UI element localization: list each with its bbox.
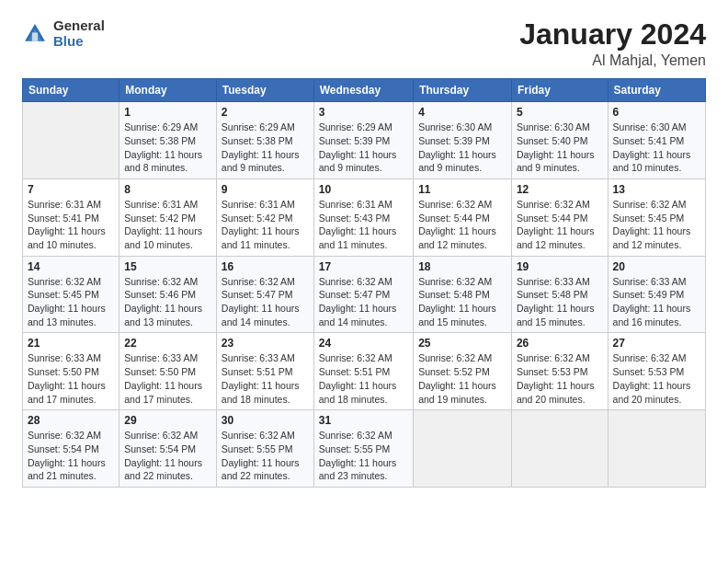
day-info: Sunrise: 6:32 AMSunset: 5:51 PMDaylight:… <box>319 351 408 406</box>
day-number: 24 <box>319 337 408 350</box>
table-row: 13Sunrise: 6:32 AMSunset: 5:45 PMDayligh… <box>608 178 705 256</box>
day-info: Sunrise: 6:29 AMSunset: 5:38 PMDaylight:… <box>222 121 309 175</box>
table-row <box>23 102 119 179</box>
day-number: 21 <box>28 337 114 350</box>
table-row: 11Sunrise: 6:32 AMSunset: 5:44 PMDayligh… <box>414 178 512 256</box>
day-info: Sunrise: 6:32 AMSunset: 5:52 PMDaylight:… <box>418 351 506 406</box>
calendar-week-row: 14Sunrise: 6:32 AMSunset: 5:45 PMDayligh… <box>23 256 706 333</box>
table-row: 5Sunrise: 6:30 AMSunset: 5:40 PMDaylight… <box>511 102 608 179</box>
day-info: Sunrise: 6:33 AMSunset: 5:49 PMDaylight:… <box>613 275 700 329</box>
day-info: Sunrise: 6:32 AMSunset: 5:45 PMDaylight:… <box>613 198 700 252</box>
header: General Blue January 2024 Al Mahjal, Yem… <box>22 18 706 69</box>
col-sunday: Sunday <box>23 79 119 102</box>
day-number: 29 <box>124 414 211 427</box>
day-number: 31 <box>319 414 408 427</box>
day-number: 16 <box>222 260 309 273</box>
logo: General Blue <box>22 18 105 49</box>
table-row: 12Sunrise: 6:32 AMSunset: 5:44 PMDayligh… <box>511 178 608 256</box>
table-row: 1Sunrise: 6:29 AMSunset: 5:38 PMDaylight… <box>119 102 217 179</box>
calendar-week-row: 1Sunrise: 6:29 AMSunset: 5:38 PMDaylight… <box>23 102 706 179</box>
day-number: 3 <box>319 106 408 119</box>
day-number: 9 <box>222 183 309 196</box>
day-info: Sunrise: 6:32 AMSunset: 5:46 PMDaylight:… <box>124 275 211 329</box>
day-info: Sunrise: 6:32 AMSunset: 5:53 PMDaylight:… <box>613 351 700 406</box>
day-number: 20 <box>613 260 700 273</box>
day-info: Sunrise: 6:32 AMSunset: 5:47 PMDaylight:… <box>319 275 408 329</box>
logo-general-label: General <box>53 18 105 34</box>
day-info: Sunrise: 6:32 AMSunset: 5:54 PMDaylight:… <box>124 429 211 483</box>
title-area: January 2024 Al Mahjal, Yemen <box>519 18 706 69</box>
day-info: Sunrise: 6:33 AMSunset: 5:48 PMDaylight:… <box>517 275 603 329</box>
col-wednesday: Wednesday <box>313 79 413 102</box>
col-saturday: Saturday <box>608 79 705 102</box>
table-row: 24Sunrise: 6:32 AMSunset: 5:51 PMDayligh… <box>313 333 413 410</box>
logo-blue-label: Blue <box>53 34 105 50</box>
day-info: Sunrise: 6:33 AMSunset: 5:50 PMDaylight:… <box>124 351 211 406</box>
day-info: Sunrise: 6:32 AMSunset: 5:44 PMDaylight:… <box>517 198 603 252</box>
calendar-week-row: 7Sunrise: 6:31 AMSunset: 5:41 PMDaylight… <box>23 178 706 256</box>
table-row: 27Sunrise: 6:32 AMSunset: 5:53 PMDayligh… <box>608 333 705 410</box>
day-info: Sunrise: 6:31 AMSunset: 5:41 PMDaylight:… <box>28 198 114 252</box>
page: General Blue January 2024 Al Mahjal, Yem… <box>0 0 728 563</box>
calendar-week-row: 21Sunrise: 6:33 AMSunset: 5:50 PMDayligh… <box>23 333 706 410</box>
day-info: Sunrise: 6:32 AMSunset: 5:53 PMDaylight:… <box>517 351 603 406</box>
table-row: 26Sunrise: 6:32 AMSunset: 5:53 PMDayligh… <box>511 333 608 410</box>
day-number: 25 <box>418 337 506 350</box>
day-number: 12 <box>517 183 603 196</box>
day-number: 8 <box>124 183 211 196</box>
day-info: Sunrise: 6:32 AMSunset: 5:48 PMDaylight:… <box>418 275 506 329</box>
table-row <box>511 410 608 488</box>
day-number: 23 <box>222 337 309 350</box>
month-title: January 2024 <box>519 18 706 51</box>
day-number: 22 <box>124 337 211 350</box>
logo-text: General Blue <box>53 18 105 49</box>
calendar-table: Sunday Monday Tuesday Wednesday Thursday… <box>22 78 706 488</box>
day-number: 2 <box>222 106 309 119</box>
table-row: 21Sunrise: 6:33 AMSunset: 5:50 PMDayligh… <box>23 333 119 410</box>
day-info: Sunrise: 6:31 AMSunset: 5:42 PMDaylight:… <box>124 198 211 252</box>
logo-icon <box>22 21 48 47</box>
table-row: 30Sunrise: 6:32 AMSunset: 5:55 PMDayligh… <box>216 410 313 488</box>
table-row: 6Sunrise: 6:30 AMSunset: 5:41 PMDaylight… <box>608 102 705 179</box>
col-monday: Monday <box>119 79 217 102</box>
table-row: 4Sunrise: 6:30 AMSunset: 5:39 PMDaylight… <box>414 102 512 179</box>
day-number: 10 <box>319 183 408 196</box>
table-row <box>414 410 512 488</box>
table-row: 17Sunrise: 6:32 AMSunset: 5:47 PMDayligh… <box>313 256 413 333</box>
col-friday: Friday <box>511 79 608 102</box>
day-info: Sunrise: 6:29 AMSunset: 5:39 PMDaylight:… <box>319 121 408 175</box>
table-row: 2Sunrise: 6:29 AMSunset: 5:38 PMDaylight… <box>216 102 313 179</box>
table-row: 9Sunrise: 6:31 AMSunset: 5:42 PMDaylight… <box>216 178 313 256</box>
day-info: Sunrise: 6:30 AMSunset: 5:39 PMDaylight:… <box>418 121 506 175</box>
table-row: 15Sunrise: 6:32 AMSunset: 5:46 PMDayligh… <box>119 256 217 333</box>
table-row: 22Sunrise: 6:33 AMSunset: 5:50 PMDayligh… <box>119 333 217 410</box>
day-number: 30 <box>222 414 309 427</box>
location-title: Al Mahjal, Yemen <box>519 52 706 69</box>
table-row: 8Sunrise: 6:31 AMSunset: 5:42 PMDaylight… <box>119 178 217 256</box>
day-number: 19 <box>517 260 603 273</box>
day-number: 26 <box>517 337 603 350</box>
day-number: 14 <box>28 260 114 273</box>
day-number: 18 <box>418 260 506 273</box>
day-info: Sunrise: 6:32 AMSunset: 5:55 PMDaylight:… <box>222 429 309 483</box>
day-info: Sunrise: 6:31 AMSunset: 5:42 PMDaylight:… <box>222 198 309 252</box>
day-info: Sunrise: 6:29 AMSunset: 5:38 PMDaylight:… <box>124 121 211 175</box>
day-info: Sunrise: 6:33 AMSunset: 5:50 PMDaylight:… <box>28 351 114 406</box>
day-number: 1 <box>124 106 211 119</box>
table-row: 31Sunrise: 6:32 AMSunset: 5:55 PMDayligh… <box>313 410 413 488</box>
day-number: 4 <box>418 106 506 119</box>
table-row: 3Sunrise: 6:29 AMSunset: 5:39 PMDaylight… <box>313 102 413 179</box>
table-row: 20Sunrise: 6:33 AMSunset: 5:49 PMDayligh… <box>608 256 705 333</box>
day-number: 17 <box>319 260 408 273</box>
calendar-header-row: Sunday Monday Tuesday Wednesday Thursday… <box>23 79 706 102</box>
day-info: Sunrise: 6:32 AMSunset: 5:47 PMDaylight:… <box>222 275 309 329</box>
day-info: Sunrise: 6:30 AMSunset: 5:41 PMDaylight:… <box>613 121 700 175</box>
day-number: 5 <box>517 106 603 119</box>
table-row: 19Sunrise: 6:33 AMSunset: 5:48 PMDayligh… <box>511 256 608 333</box>
col-tuesday: Tuesday <box>216 79 313 102</box>
col-thursday: Thursday <box>414 79 512 102</box>
day-number: 15 <box>124 260 211 273</box>
table-row: 29Sunrise: 6:32 AMSunset: 5:54 PMDayligh… <box>119 410 217 488</box>
day-number: 7 <box>28 183 114 196</box>
table-row: 10Sunrise: 6:31 AMSunset: 5:43 PMDayligh… <box>313 178 413 256</box>
